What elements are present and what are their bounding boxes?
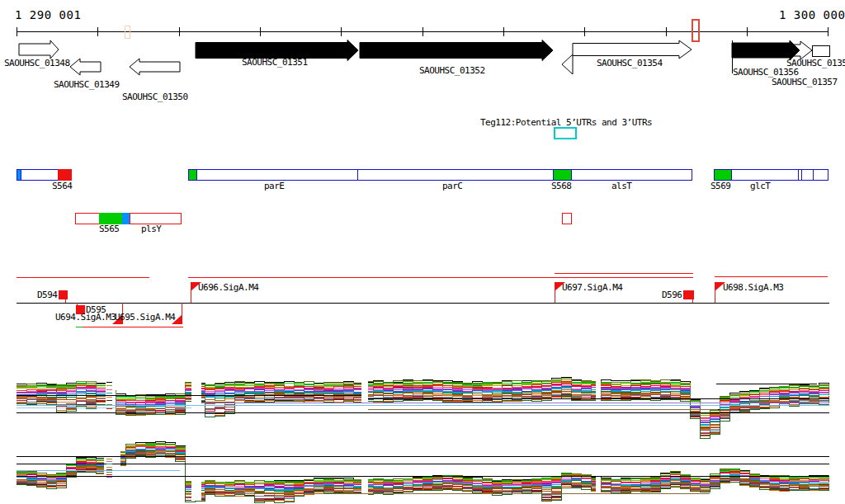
genome-browser-canvas: 1 290 0011 300 000SAOUHSC_01348SAOUHSC_0… — [0, 0, 845, 504]
expression-panel-lower — [17, 436, 829, 502]
probe-gap — [106, 371, 116, 424]
terminator-D594[interactable] — [59, 290, 68, 299]
feature-track-row2: S565plsY — [75, 213, 571, 234]
feature-segment[interactable] — [813, 169, 828, 180]
feature-label: parE — [264, 181, 285, 191]
probe-gap — [596, 436, 601, 501]
gene-label: SAOUHSC_01352 — [419, 65, 485, 76]
tss-terminator-track: D594D596D595U696.SigA.M4U697.SigA.M4U698… — [17, 273, 829, 327]
gene-SAOUHSC_01352[interactable] — [360, 40, 553, 61]
gene-SAOUHSC_01350[interactable] — [130, 59, 180, 75]
feature-label: S569 — [710, 181, 731, 191]
feature-label: S568 — [551, 181, 572, 191]
feature-segment[interactable] — [571, 169, 692, 180]
probe-gap — [104, 436, 120, 501]
feature-label: S564 — [52, 181, 73, 191]
gene-label: SAOUHSC_01351 — [242, 57, 308, 68]
probe-gap — [596, 371, 601, 424]
feature-segment[interactable] — [122, 213, 130, 224]
gene-track: SAOUHSC_01348SAOUHSC_01349SAOUHSC_01350S… — [4, 40, 845, 103]
promoter-label: U694.SigA.M3 — [55, 312, 116, 323]
utr-box[interactable] — [555, 128, 576, 139]
feature-segment[interactable] — [99, 213, 122, 224]
gene-label: SAOUHSC_01349 — [54, 79, 120, 90]
coordinate-ruler: 1 290 0011 300 000 — [15, 8, 845, 41]
feature-segment[interactable] — [714, 169, 731, 180]
gene-label: SAOUHSC_01348 — [4, 58, 70, 68]
expression-panel-upper — [17, 371, 829, 438]
promoter-label: U696.SigA.M4 — [198, 282, 259, 293]
gene-SAOUHSC_01357[interactable] — [812, 45, 829, 56]
probe-gap — [361, 371, 368, 424]
feature-label: alsT — [611, 181, 632, 191]
feature-track-row1: S564parEparCS568alsTS569glcT — [17, 169, 828, 191]
feature-label: plsY — [141, 224, 162, 234]
promoter-label: U695.SigA.M4 — [115, 312, 176, 323]
terminator-label: D596 — [662, 290, 682, 300]
feature-segment[interactable] — [188, 169, 196, 180]
promoter-label: U697.SigA.M4 — [562, 282, 623, 293]
probe-gap — [191, 436, 201, 501]
gene-SAOUHSC_01348[interactable] — [19, 40, 59, 59]
gene-label: SAOUHSC_01350 — [122, 92, 188, 102]
gene-SAOUHSC_01354[interactable] — [573, 40, 692, 59]
terminator-D596[interactable] — [683, 290, 694, 299]
feature-segment[interactable] — [553, 169, 571, 180]
feature-segment[interactable] — [562, 213, 571, 224]
red-position-marker[interactable] — [692, 20, 699, 41]
feature-segment[interactable] — [58, 169, 71, 180]
genome-browser-view: 1 290 0011 300 000SAOUHSC_01348SAOUHSC_0… — [0, 0, 845, 504]
ruler-end-label: 1 300 000 — [779, 8, 845, 21]
feature-label: glcT — [750, 181, 771, 191]
gene-SAOUHSC_01356[interactable] — [732, 40, 800, 60]
utr-track-label: Teg112:Potential 5’UTRs and 3’UTRs — [480, 117, 652, 128]
ruler-start-label: 1 290 001 — [15, 8, 81, 21]
promoter-label: U698.SigA.M3 — [723, 282, 783, 293]
feature-segment[interactable] — [357, 169, 553, 180]
gene-arrowhead[interactable] — [562, 54, 573, 74]
terminator-label: D594 — [37, 290, 58, 300]
probe-gap — [361, 436, 368, 501]
feature-segment[interactable] — [798, 169, 801, 180]
feature-segment[interactable] — [75, 213, 99, 224]
feature-segment[interactable] — [21, 169, 58, 180]
feature-segment[interactable] — [130, 213, 181, 224]
utr-track: Teg112:Potential 5’UTRs and 3’UTRs — [480, 117, 652, 139]
feature-segment[interactable] — [801, 169, 813, 180]
gene-label: SAOUHSC_01354 — [597, 58, 663, 68]
feature-label: parC — [442, 181, 463, 191]
feature-label: S565 — [99, 224, 120, 234]
feature-segment[interactable] — [196, 169, 357, 180]
probe-gap — [191, 371, 201, 424]
gene-SAOUHSC_01349[interactable] — [70, 59, 101, 75]
feature-segment[interactable] — [17, 169, 21, 180]
feature-segment[interactable] — [731, 169, 798, 180]
gene-label: SAOUHSC_01357 — [772, 77, 838, 87]
